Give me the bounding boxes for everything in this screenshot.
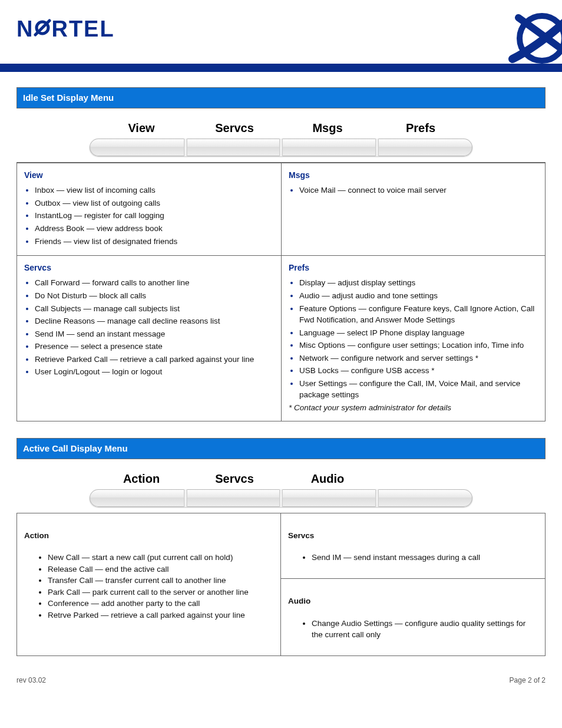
servcs-item: Call Subjects — manage call subjects lis… <box>35 303 274 315</box>
cell-prefs-heading: Prefs <box>289 262 538 274</box>
softkey-label-servcs: Servcs <box>193 121 276 135</box>
softkey-servcs2[interactable] <box>186 489 282 507</box>
footer-page: Page 2 of 2 <box>510 676 546 684</box>
cell-servcs-heading: Servcs <box>24 262 274 274</box>
cell-audio: Audio Change Audio Settings — configure … <box>281 578 545 655</box>
servcs-item: Do Not Disturb — block all calls <box>35 290 274 302</box>
servcs-item: User Login/Logout — login or logout <box>35 366 274 378</box>
brand-wordmark: N RTEL <box>16 17 115 43</box>
softkey-blank[interactable] <box>377 489 473 507</box>
cell-msgs-heading: Msgs <box>289 169 538 181</box>
softkey-view[interactable] <box>90 139 186 156</box>
softkey-audio[interactable] <box>281 489 377 507</box>
msgs-item: Voice Mail — connect to voice mail serve… <box>299 185 538 196</box>
softkey-label-blank <box>379 472 462 486</box>
audio-item: Change Audio Settings — configure audio … <box>312 618 538 641</box>
globe-icon <box>495 6 562 73</box>
action-item: Park Call — park current call to the ser… <box>48 587 273 598</box>
view-item: Friends — view list of designated friend… <box>35 236 274 248</box>
section-idle-menu: Idle Set Display Menu <box>16 87 546 108</box>
page-header: N RTEL <box>0 0 562 64</box>
cell-msgs: Msgs Voice Mail — connect to voice mail … <box>281 163 545 255</box>
action-item: Release Call — end the active call <box>48 564 273 575</box>
view-item: Address Book — view address book <box>35 223 274 235</box>
softkeys-active: Action Servcs Audio <box>90 472 472 507</box>
cell-prefs: Prefs Display — adjust display settings … <box>281 255 545 420</box>
action-item: Transfer Call — transfer current call to… <box>48 575 273 587</box>
view-item: InstantLog — register for call logging <box>35 210 274 222</box>
brand-text-left: N <box>16 17 34 41</box>
softkeys-idle: View Servcs Msgs Prefs <box>90 121 472 156</box>
prefs-item: Feature Options — configure Feature keys… <box>299 303 538 326</box>
action-item: Conference — add another party to the ca… <box>48 598 273 610</box>
softkey-label-view: View <box>100 121 183 135</box>
cell-servcs2-heading: Servcs <box>288 530 538 542</box>
cell-action-heading: Action <box>24 530 273 542</box>
prefs-item: Audio — adjust audio and tone settings <box>299 290 538 302</box>
softkey-label-action: Action <box>100 472 183 486</box>
prefs-item: Network — configure network and server s… <box>299 353 538 364</box>
prefs-footnote: * Contact your system administrator for … <box>289 402 538 414</box>
softkey-msgs[interactable] <box>281 139 377 156</box>
active-call-grid: Action New Call — start a new call (put … <box>16 513 546 657</box>
servcs-item: Retrieve Parked Call — retrieve a call p… <box>35 354 274 365</box>
softkey-prefs[interactable] <box>377 139 473 156</box>
prefs-item: Language — select IP Phone display langu… <box>299 327 538 339</box>
prefs-item: USB Locks — configure USB access * <box>299 365 538 377</box>
idle-menu-grid: View Inbox — view list of incoming calls… <box>16 162 546 421</box>
action-item: Retrve Parked — retrieve a call parked a… <box>48 610 273 621</box>
softkey-label-msgs: Msgs <box>286 121 369 135</box>
servcs-item: Call Forward — forward calls to another … <box>35 277 274 289</box>
ring-icon <box>34 17 51 42</box>
prefs-item: User Settings — configure the Call, IM, … <box>299 378 538 401</box>
prefs-item: Display — adjust display settings <box>299 277 538 289</box>
cell-audio-heading: Audio <box>288 595 538 607</box>
softkey-action[interactable] <box>90 489 186 507</box>
section-active-call: Active Call Display Menu <box>16 438 546 459</box>
page-footer: rev 03.02 Page 2 of 2 <box>0 668 562 697</box>
footer-revision: rev 03.02 <box>16 676 46 684</box>
softkey-label-prefs: Prefs <box>379 121 462 135</box>
softkey-label-audio: Audio <box>286 472 369 486</box>
servcs-item: Presence — select a presence state <box>35 341 274 353</box>
brand-text-right: RTEL <box>51 17 114 41</box>
prefs-item: Misc Options — configure user settings; … <box>299 340 538 351</box>
view-item: Inbox — view list of incoming calls <box>35 185 274 196</box>
softkey-label-servcs2: Servcs <box>193 472 276 486</box>
servcs2-item: Send IM — send instant messages during a… <box>312 552 538 564</box>
cell-view-heading: View <box>24 169 274 181</box>
action-item: New Call — start a new call (put current… <box>48 552 273 564</box>
cell-servcs2: Servcs Send IM — send instant messages d… <box>281 513 545 579</box>
cell-servcs: Servcs Call Forward — forward calls to a… <box>17 255 281 420</box>
servcs-item: Send IM — send an instant message <box>35 328 274 340</box>
servcs-item: Decline Reasons — manage call decline re… <box>35 315 274 327</box>
section-title-idle: Idle Set Display Menu <box>17 88 545 108</box>
section-title-active: Active Call Display Menu <box>17 439 545 459</box>
cell-view: View Inbox — view list of incoming calls… <box>17 163 281 255</box>
softkey-servcs[interactable] <box>186 139 282 156</box>
header-divider <box>0 64 562 72</box>
view-item: Outbox — view list of outgoing calls <box>35 197 274 209</box>
cell-action: Action New Call — start a new call (put … <box>17 513 281 656</box>
